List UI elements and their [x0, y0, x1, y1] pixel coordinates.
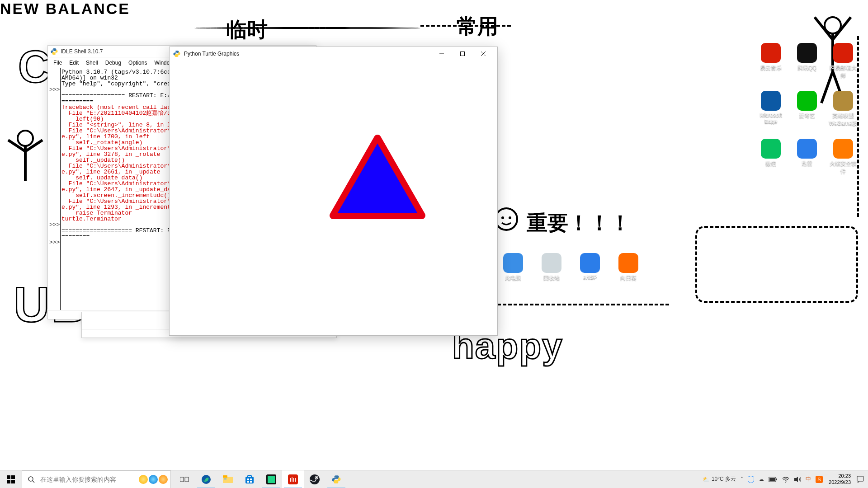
svg-line-26 — [33, 481, 34, 483]
taskbar-app-store[interactable] — [239, 470, 260, 488]
svg-point-14 — [55, 53, 56, 54]
app-icon — [797, 139, 817, 159]
triangle-fill — [338, 143, 417, 213]
desktop-icon[interactable]: 回收站 — [536, 253, 567, 282]
app-icon — [503, 253, 523, 273]
task-view-button[interactable] — [174, 470, 195, 488]
svg-rect-36 — [250, 479, 252, 480]
desktop-icon[interactable]: 微信 — [755, 139, 787, 175]
taskbar[interactable]: ılıı ⛅ 10°C 多云 ˄ ☁ 中 S — [0, 470, 868, 488]
app-icon — [761, 43, 781, 63]
tray-sogou-icon[interactable]: S — [813, 470, 825, 488]
turtle-canvas[interactable] — [170, 61, 497, 335]
widget-icon[interactable] — [139, 475, 148, 484]
weather-widget[interactable]: ⛅ 10°C 多云 — [700, 470, 738, 488]
menu-item-debug[interactable]: Debug — [102, 60, 125, 66]
desktop-icon[interactable]: 腾讯QQ — [791, 43, 823, 80]
python-icon — [51, 48, 58, 55]
tray-volume-icon[interactable] — [792, 470, 803, 488]
close-button[interactable] — [473, 47, 494, 61]
desktop-icon-label: 此电脑 — [505, 274, 521, 282]
tray-onedrive-icon[interactable]: ☁ — [756, 470, 766, 488]
taskbar-app-idle[interactable] — [326, 470, 347, 488]
taskbar-pinned-apps: ılıı — [174, 470, 347, 488]
maximize-button[interactable] — [452, 47, 473, 61]
wallpaper-label-linshi: 临时 — [226, 16, 268, 44]
desktop-icon-label: 向日葵 — [620, 274, 637, 282]
widget-icon[interactable] — [159, 475, 168, 484]
turtle-titlebar[interactable]: Python Turtle Graphics — [170, 47, 497, 61]
search-widgets[interactable] — [139, 475, 170, 484]
svg-rect-23 — [7, 480, 10, 483]
menu-item-shell[interactable]: Shell — [82, 60, 102, 66]
tray-clock[interactable]: 20:23 2022/9/23 — [825, 473, 854, 485]
app-icon — [797, 91, 817, 111]
svg-marker-50 — [794, 477, 798, 482]
desktop-icon[interactable]: 火绒安全软件 — [827, 139, 859, 175]
svg-point-13 — [53, 49, 53, 49]
taskbar-search[interactable] — [22, 470, 171, 488]
svg-point-43 — [310, 474, 320, 484]
stick-figure-icon — [3, 127, 48, 217]
desktop-icon[interactable]: 向日葵 — [613, 253, 644, 282]
taskbar-tray[interactable]: ⛅ 10°C 多云 ˄ ☁ 中 S 20:23 2022/9/23 — [700, 470, 868, 488]
turtle-window[interactable]: Python Turtle Graphics — [169, 47, 498, 336]
python-icon — [173, 50, 180, 57]
start-button[interactable] — [0, 470, 22, 488]
idle-prompt-gutter: >>>>>>>>> — [48, 68, 61, 310]
svg-rect-27 — [180, 477, 184, 482]
svg-rect-32 — [224, 479, 226, 479]
svg-point-15 — [175, 51, 176, 52]
tray-battery-icon[interactable] — [766, 470, 780, 488]
desktop-icon[interactable]: eNSP — [574, 253, 606, 282]
menu-item-file[interactable]: File — [50, 60, 66, 66]
svg-text:S: S — [817, 477, 821, 482]
desktop-icon-label: eNSP — [583, 274, 597, 281]
desktop-icon-label: 易云音乐 — [760, 64, 782, 72]
svg-point-25 — [28, 477, 33, 481]
svg-point-11 — [501, 216, 504, 219]
app-icon — [580, 253, 600, 273]
desktop-icon-label: 爱奇艺 — [799, 112, 815, 120]
svg-rect-22 — [11, 475, 15, 479]
svg-rect-48 — [769, 478, 775, 481]
taskbar-app-pycharm[interactable] — [260, 470, 282, 488]
taskbar-app-edge[interactable] — [195, 470, 217, 488]
desktop-icon[interactable]: 此电脑 — [497, 253, 529, 282]
clock-date: 2022/9/23 — [829, 479, 851, 485]
desktop-icon[interactable]: 英雄联盟 WeGame版 — [827, 91, 859, 127]
tray-wifi-icon[interactable] — [780, 470, 792, 488]
svg-rect-18 — [461, 52, 465, 56]
desktop-icon[interactable]: 爱奇艺 — [791, 91, 823, 127]
svg-rect-31 — [223, 475, 227, 478]
desktop-icon-label: 网易邮箱大师 — [827, 64, 859, 80]
desktop-icon-label: 火绒安全软件 — [827, 160, 859, 175]
tray-security-icon[interactable] — [745, 470, 756, 488]
svg-rect-21 — [7, 475, 10, 479]
svg-rect-35 — [247, 479, 249, 480]
weather-text: 10°C 多云 — [712, 475, 736, 483]
tray-notifications-icon[interactable] — [854, 470, 866, 488]
svg-point-49 — [785, 482, 786, 483]
minimize-button[interactable] — [431, 47, 452, 61]
search-input[interactable] — [40, 476, 139, 483]
widget-icon[interactable] — [149, 475, 158, 484]
tray-chevron-up-icon[interactable]: ˄ — [738, 470, 745, 488]
desktop-icon-label: 迅雷 — [802, 160, 812, 168]
taskbar-app-explorer[interactable] — [217, 470, 239, 488]
svg-rect-28 — [185, 477, 189, 482]
taskbar-app-steam[interactable] — [304, 470, 326, 488]
idle-title-text: IDLE Shell 3.10.7 — [61, 48, 103, 55]
desktop-icon[interactable]: 易云音乐 — [755, 43, 787, 80]
svg-rect-30 — [223, 477, 233, 483]
tray-ime-icon[interactable]: 中 — [803, 470, 813, 488]
desktop-icon[interactable]: 迅雷 — [791, 139, 823, 175]
svg-rect-47 — [776, 479, 777, 480]
weather-icon: ⛅ — [703, 476, 709, 483]
taskbar-app-netease[interactable]: ılıı — [282, 470, 304, 488]
menu-item-options[interactable]: Options — [125, 60, 151, 66]
desktop-icon-label: 回收站 — [543, 274, 560, 282]
menu-item-edit[interactable]: Edit — [66, 60, 82, 66]
desktop-icon[interactable]: Microsoft Edge — [755, 91, 787, 127]
desktop-icon[interactable]: 网易邮箱大师 — [827, 43, 859, 80]
